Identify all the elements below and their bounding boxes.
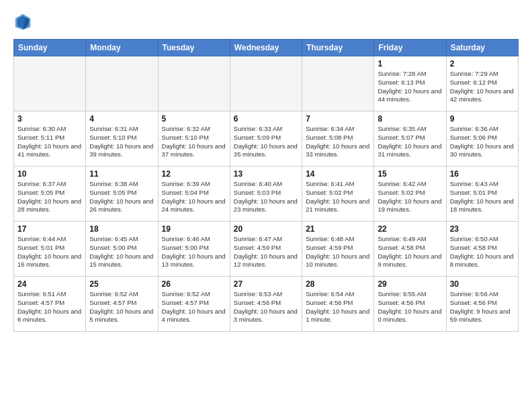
day-info: Sunrise: 6:45 AM Sunset: 5:00 PM Dayligh…: [89, 235, 154, 269]
calendar-day: 11Sunrise: 6:38 AM Sunset: 5:05 PM Dayli…: [86, 167, 158, 222]
day-info: Sunrise: 6:52 AM Sunset: 4:57 PM Dayligh…: [162, 290, 226, 324]
day-number: 14: [306, 169, 370, 179]
calendar-week-row: 3Sunrise: 6:30 AM Sunset: 5:11 PM Daylig…: [14, 111, 519, 167]
calendar-day: 18Sunrise: 6:45 AM Sunset: 5:00 PM Dayli…: [86, 222, 158, 277]
day-number: 21: [306, 224, 370, 234]
calendar-day: [230, 56, 302, 111]
calendar-day: [86, 56, 158, 111]
calendar-day: 1Sunrise: 7:28 AM Sunset: 6:13 PM Daylig…: [374, 56, 446, 111]
calendar-day: 7Sunrise: 6:34 AM Sunset: 5:08 PM Daylig…: [302, 111, 374, 167]
day-number: 23: [450, 224, 515, 234]
day-number: 6: [234, 114, 298, 124]
calendar-week-row: 1Sunrise: 7:28 AM Sunset: 6:13 PM Daylig…: [14, 56, 519, 111]
day-info: Sunrise: 6:36 AM Sunset: 5:06 PM Dayligh…: [450, 125, 515, 159]
day-info: Sunrise: 6:43 AM Sunset: 5:01 PM Dayligh…: [450, 180, 515, 214]
calendar-day: 17Sunrise: 6:44 AM Sunset: 5:01 PM Dayli…: [14, 222, 86, 277]
calendar-week-row: 17Sunrise: 6:44 AM Sunset: 5:01 PM Dayli…: [14, 222, 519, 277]
day-number: 2: [450, 59, 515, 68]
day-number: 3: [17, 114, 82, 124]
day-number: 18: [89, 224, 154, 234]
calendar-day: 6Sunrise: 6:33 AM Sunset: 5:09 PM Daylig…: [230, 111, 302, 167]
day-number: 25: [89, 279, 154, 289]
calendar-day: 8Sunrise: 6:35 AM Sunset: 5:07 PM Daylig…: [374, 111, 446, 167]
calendar-day: 21Sunrise: 6:48 AM Sunset: 4:59 PM Dayli…: [302, 222, 374, 277]
calendar-day: 19Sunrise: 6:46 AM Sunset: 5:00 PM Dayli…: [158, 222, 230, 277]
day-info: Sunrise: 6:42 AM Sunset: 5:02 PM Dayligh…: [378, 180, 442, 214]
page: SundayMondayTuesdayWednesdayThursdayFrid…: [0, 0, 532, 338]
calendar-day: 2Sunrise: 7:29 AM Sunset: 6:12 PM Daylig…: [446, 56, 518, 111]
day-number: 1: [378, 59, 442, 68]
weekday-header: Friday: [374, 40, 446, 56]
day-info: Sunrise: 6:49 AM Sunset: 4:58 PM Dayligh…: [378, 235, 442, 269]
day-number: 7: [306, 114, 370, 124]
calendar-day: 28Sunrise: 6:54 AM Sunset: 4:56 PM Dayli…: [302, 277, 374, 332]
calendar-day: 22Sunrise: 6:49 AM Sunset: 4:58 PM Dayli…: [374, 222, 446, 277]
day-number: 11: [89, 169, 154, 179]
day-info: Sunrise: 6:47 AM Sunset: 4:59 PM Dayligh…: [234, 235, 298, 269]
day-info: Sunrise: 6:44 AM Sunset: 5:01 PM Dayligh…: [17, 235, 82, 269]
logo-icon: [13, 12, 32, 31]
calendar-day: 10Sunrise: 6:37 AM Sunset: 5:05 PM Dayli…: [14, 167, 86, 222]
weekday-header: Tuesday: [158, 40, 230, 56]
calendar-day: [158, 56, 230, 111]
day-info: Sunrise: 6:35 AM Sunset: 5:07 PM Dayligh…: [378, 125, 442, 159]
calendar-day: 14Sunrise: 6:41 AM Sunset: 5:02 PM Dayli…: [302, 167, 374, 222]
calendar-day: 25Sunrise: 6:52 AM Sunset: 4:57 PM Dayli…: [86, 277, 158, 332]
weekday-header: Thursday: [302, 40, 374, 56]
day-number: 20: [234, 224, 298, 234]
calendar-day: 12Sunrise: 6:39 AM Sunset: 5:04 PM Dayli…: [158, 167, 230, 222]
day-info: Sunrise: 6:31 AM Sunset: 5:10 PM Dayligh…: [89, 125, 154, 159]
day-info: Sunrise: 6:38 AM Sunset: 5:05 PM Dayligh…: [89, 180, 154, 214]
day-info: Sunrise: 6:51 AM Sunset: 4:57 PM Dayligh…: [17, 290, 82, 324]
day-number: 12: [162, 169, 226, 179]
calendar-day: 30Sunrise: 6:56 AM Sunset: 4:56 PM Dayli…: [446, 277, 518, 332]
calendar-day: 27Sunrise: 6:53 AM Sunset: 4:56 PM Dayli…: [230, 277, 302, 332]
day-number: 15: [378, 169, 442, 179]
day-info: Sunrise: 6:41 AM Sunset: 5:02 PM Dayligh…: [306, 180, 370, 214]
day-number: 5: [162, 114, 226, 124]
calendar-day: 15Sunrise: 6:42 AM Sunset: 5:02 PM Dayli…: [374, 167, 446, 222]
day-number: 29: [378, 279, 442, 289]
calendar-day: [302, 56, 374, 111]
day-number: 10: [17, 169, 82, 179]
day-number: 8: [378, 114, 442, 124]
calendar-day: 5Sunrise: 6:32 AM Sunset: 5:10 PM Daylig…: [158, 111, 230, 167]
calendar-day: 26Sunrise: 6:52 AM Sunset: 4:57 PM Dayli…: [158, 277, 230, 332]
day-info: Sunrise: 7:29 AM Sunset: 6:12 PM Dayligh…: [450, 70, 515, 104]
calendar-day: 16Sunrise: 6:43 AM Sunset: 5:01 PM Dayli…: [446, 167, 518, 222]
day-info: Sunrise: 6:53 AM Sunset: 4:56 PM Dayligh…: [234, 290, 298, 324]
day-info: Sunrise: 6:54 AM Sunset: 4:56 PM Dayligh…: [306, 290, 370, 324]
weekday-header: Monday: [86, 40, 158, 56]
weekday-header-row: SundayMondayTuesdayWednesdayThursdayFrid…: [14, 40, 519, 56]
calendar-day: 3Sunrise: 6:30 AM Sunset: 5:11 PM Daylig…: [14, 111, 86, 167]
calendar-day: 24Sunrise: 6:51 AM Sunset: 4:57 PM Dayli…: [14, 277, 86, 332]
calendar: SundayMondayTuesdayWednesdayThursdayFrid…: [13, 39, 519, 332]
day-info: Sunrise: 6:32 AM Sunset: 5:10 PM Dayligh…: [162, 125, 226, 159]
day-info: Sunrise: 6:52 AM Sunset: 4:57 PM Dayligh…: [89, 290, 154, 324]
day-number: 19: [162, 224, 226, 234]
weekday-header: Saturday: [446, 40, 518, 56]
day-info: Sunrise: 6:34 AM Sunset: 5:08 PM Dayligh…: [306, 125, 370, 159]
calendar-day: 23Sunrise: 6:50 AM Sunset: 4:58 PM Dayli…: [446, 222, 518, 277]
day-number: 28: [306, 279, 370, 289]
day-number: 9: [450, 114, 515, 124]
day-number: 22: [378, 224, 442, 234]
day-info: Sunrise: 7:28 AM Sunset: 6:13 PM Dayligh…: [378, 70, 442, 104]
day-info: Sunrise: 6:56 AM Sunset: 4:56 PM Dayligh…: [450, 290, 515, 324]
day-info: Sunrise: 6:39 AM Sunset: 5:04 PM Dayligh…: [162, 180, 226, 214]
calendar-day: 20Sunrise: 6:47 AM Sunset: 4:59 PM Dayli…: [230, 222, 302, 277]
logo: [13, 12, 35, 31]
day-info: Sunrise: 6:46 AM Sunset: 5:00 PM Dayligh…: [162, 235, 226, 269]
day-info: Sunrise: 6:48 AM Sunset: 4:59 PM Dayligh…: [306, 235, 370, 269]
calendar-week-row: 24Sunrise: 6:51 AM Sunset: 4:57 PM Dayli…: [14, 277, 519, 332]
day-number: 17: [17, 224, 82, 234]
day-number: 24: [17, 279, 82, 289]
calendar-day: 13Sunrise: 6:40 AM Sunset: 5:03 PM Dayli…: [230, 167, 302, 222]
calendar-week-row: 10Sunrise: 6:37 AM Sunset: 5:05 PM Dayli…: [14, 167, 519, 222]
day-info: Sunrise: 6:55 AM Sunset: 4:56 PM Dayligh…: [378, 290, 442, 324]
day-info: Sunrise: 6:40 AM Sunset: 5:03 PM Dayligh…: [234, 180, 298, 214]
day-number: 4: [89, 114, 154, 124]
calendar-day: [14, 56, 86, 111]
day-info: Sunrise: 6:37 AM Sunset: 5:05 PM Dayligh…: [17, 180, 82, 214]
day-number: 16: [450, 169, 515, 179]
